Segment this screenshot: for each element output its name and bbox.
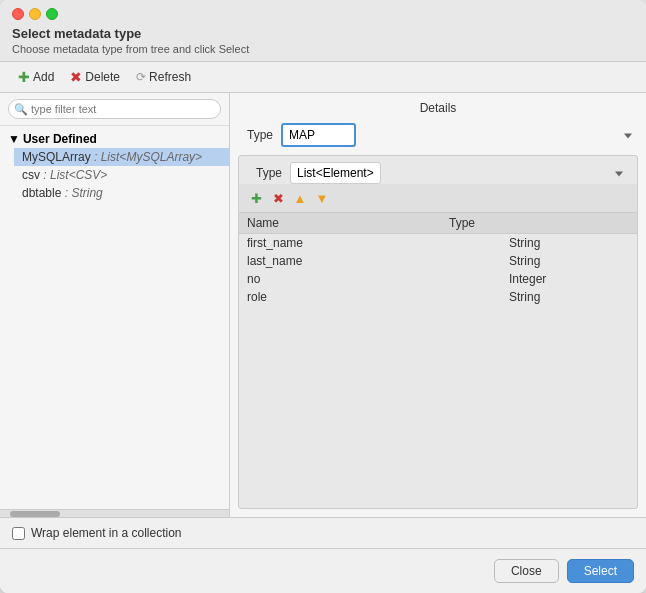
close-window-button[interactable]: [12, 8, 24, 20]
tree-group-header[interactable]: ▼ User Defined: [0, 130, 229, 148]
tree-item-name: MySQLArray: [22, 150, 91, 164]
delete-button[interactable]: ✖ Delete: [64, 67, 126, 87]
add-label: Add: [33, 70, 54, 84]
maximize-window-button[interactable]: [46, 8, 58, 20]
table-row[interactable]: no Integer: [239, 270, 637, 288]
row-name: role: [247, 290, 509, 304]
row-type: String: [509, 290, 629, 304]
delete-label: Delete: [85, 70, 120, 84]
search-wrapper: 🔍: [8, 99, 221, 119]
main-window: Select metadata type Choose metadata typ…: [0, 0, 646, 593]
horizontal-scrollbar[interactable]: [0, 509, 229, 517]
window-subtitle: Choose metadata type from tree and click…: [12, 43, 249, 55]
table-body: first_name String last_name String no In…: [239, 234, 637, 508]
add-button[interactable]: ✚ Add: [12, 67, 60, 87]
type-select-arrow: [624, 130, 632, 141]
table-row[interactable]: last_name String: [239, 252, 637, 270]
refresh-icon: ⟳: [136, 70, 146, 84]
title-bar: Select metadata type Choose metadata typ…: [0, 0, 646, 62]
type-select[interactable]: MAP LIST STRING INTEGER BOOLEAN: [281, 123, 356, 147]
refresh-label: Refresh: [149, 70, 191, 84]
tree-children: MySQLArray : List<MySQLArray> csv : List…: [0, 148, 229, 202]
search-box: 🔍: [0, 93, 229, 126]
wrap-collection-label: Wrap element in a collection: [31, 526, 182, 540]
traffic-lights: [12, 8, 58, 20]
sub-type-select-wrapper: List<Element> List<String> List<Integer>: [290, 162, 629, 184]
tree-item-type: : List<MySQLArray>: [94, 150, 202, 164]
tree-item-name: dbtable: [22, 186, 61, 200]
chevron-down-icon: [615, 172, 623, 177]
col-type-header: Type: [449, 216, 569, 230]
tree-item-name: csv: [22, 168, 40, 182]
sub-up-button[interactable]: ▲: [291, 189, 309, 207]
close-button[interactable]: Close: [494, 559, 559, 583]
row-type: String: [509, 236, 629, 250]
col-name-header: Name: [247, 216, 449, 230]
row-type: Integer: [509, 272, 629, 286]
sub-type-label: Type: [247, 166, 282, 180]
delete-icon: ✖: [70, 69, 82, 85]
table-row[interactable]: role String: [239, 288, 637, 306]
tree-item-dbtable[interactable]: dbtable : String: [14, 184, 229, 202]
sub-type-select[interactable]: List<Element> List<String> List<Integer>: [290, 162, 381, 184]
sub-toolbar: ✚ ✖ ▲ ▼: [239, 184, 637, 213]
sub-down-button[interactable]: ▼: [313, 189, 331, 207]
col-extra-header: [569, 216, 629, 230]
sub-type-row: Type List<Element> List<String> List<Int…: [239, 156, 637, 184]
refresh-button[interactable]: ⟳ Refresh: [130, 68, 197, 86]
right-panel: Details Type MAP LIST STRING INTEGER BOO…: [230, 93, 646, 517]
tree-area: ▼ User Defined MySQLArray : List<MySQLAr…: [0, 126, 229, 509]
row-name: first_name: [247, 236, 509, 250]
details-header: Details: [238, 101, 638, 115]
window-title: Select metadata type: [12, 26, 141, 41]
row-type: String: [509, 254, 629, 268]
tree-group-label: User Defined: [23, 132, 97, 146]
footer: Close Select: [0, 548, 646, 593]
minimize-window-button[interactable]: [29, 8, 41, 20]
sub-add-button[interactable]: ✚: [247, 189, 265, 207]
tree-item-type: : List<CSV>: [43, 168, 107, 182]
select-button[interactable]: Select: [567, 559, 634, 583]
sub-delete-button[interactable]: ✖: [269, 189, 287, 207]
left-panel: 🔍 ▼ User Defined MySQLArray : List<MySQL…: [0, 93, 230, 517]
sub-type-select-arrow: [615, 168, 623, 179]
main-toolbar: ✚ Add ✖ Delete ⟳ Refresh: [0, 62, 646, 93]
type-label: Type: [238, 128, 273, 142]
add-icon: ✚: [18, 69, 30, 85]
table-row[interactable]: first_name String: [239, 234, 637, 252]
table-header: Name Type: [239, 213, 637, 234]
chevron-down-icon: [624, 134, 632, 139]
tree-item-type: : String: [65, 186, 103, 200]
wrap-collection-checkbox[interactable]: [12, 527, 25, 540]
main-content: 🔍 ▼ User Defined MySQLArray : List<MySQL…: [0, 93, 646, 517]
row-name: last_name: [247, 254, 509, 268]
tree-expand-icon: ▼: [8, 132, 20, 146]
row-name: no: [247, 272, 509, 286]
search-input[interactable]: [8, 99, 221, 119]
type-row: Type MAP LIST STRING INTEGER BOOLEAN: [238, 123, 638, 147]
search-icon: 🔍: [14, 103, 28, 116]
scrollbar-thumb[interactable]: [10, 511, 60, 517]
bottom-bar: Wrap element in a collection: [0, 517, 646, 548]
sub-panel: Type List<Element> List<String> List<Int…: [238, 155, 638, 509]
tree-item-mysqlarray[interactable]: MySQLArray : List<MySQLArray>: [14, 148, 229, 166]
type-select-wrapper: MAP LIST STRING INTEGER BOOLEAN: [281, 123, 638, 147]
wrap-collection-wrapper: Wrap element in a collection: [12, 526, 182, 540]
tree-item-csv[interactable]: csv : List<CSV>: [14, 166, 229, 184]
